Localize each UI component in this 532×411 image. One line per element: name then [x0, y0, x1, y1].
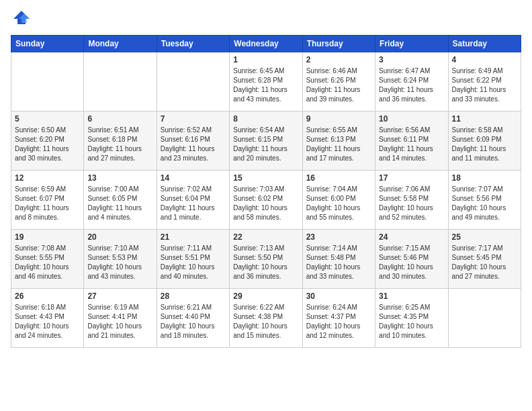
calendar-cell: 31Sunrise: 6:25 AM Sunset: 4:35 PM Dayli… — [375, 289, 448, 348]
weekday-header: Sunday — [11, 36, 84, 52]
day-info: Sunrise: 6:55 AM Sunset: 6:13 PM Dayligh… — [306, 126, 371, 163]
day-number: 21 — [161, 232, 226, 242]
weekday-row: SundayMondayTuesdayWednesdayThursdayFrid… — [11, 36, 521, 52]
calendar-cell: 27Sunrise: 6:19 AM Sunset: 4:41 PM Dayli… — [84, 289, 157, 348]
day-number: 7 — [161, 114, 226, 124]
day-number: 2 — [306, 55, 371, 64]
day-info: Sunrise: 7:03 AM Sunset: 6:02 PM Dayligh… — [233, 185, 298, 222]
day-number: 11 — [452, 114, 517, 124]
day-info: Sunrise: 6:51 AM Sunset: 6:18 PM Dayligh… — [87, 126, 152, 163]
calendar-cell: 11Sunrise: 6:58 AM Sunset: 6:09 PM Dayli… — [448, 111, 521, 171]
day-info: Sunrise: 6:52 AM Sunset: 6:16 PM Dayligh… — [161, 126, 226, 163]
day-number: 25 — [452, 232, 517, 242]
weekday-header: Saturday — [448, 36, 521, 52]
day-number: 30 — [306, 291, 371, 301]
day-number: 27 — [87, 291, 152, 301]
calendar-cell: 12Sunrise: 6:59 AM Sunset: 6:07 PM Dayli… — [11, 171, 84, 230]
day-number: 14 — [161, 173, 226, 183]
day-info: Sunrise: 7:00 AM Sunset: 6:05 PM Dayligh… — [87, 185, 152, 222]
calendar-body: 1Sunrise: 6:45 AM Sunset: 6:28 PM Daylig… — [11, 52, 521, 348]
day-number: 3 — [379, 55, 444, 64]
day-info: Sunrise: 6:56 AM Sunset: 6:11 PM Dayligh… — [379, 126, 444, 163]
calendar-cell: 20Sunrise: 7:10 AM Sunset: 5:53 PM Dayli… — [84, 230, 157, 289]
calendar-cell: 29Sunrise: 6:22 AM Sunset: 4:38 PM Dayli… — [230, 289, 302, 348]
day-info: Sunrise: 7:02 AM Sunset: 6:04 PM Dayligh… — [161, 185, 226, 222]
day-info: Sunrise: 6:22 AM Sunset: 4:38 PM Dayligh… — [233, 303, 298, 340]
calendar-cell: 18Sunrise: 7:07 AM Sunset: 5:56 PM Dayli… — [448, 171, 521, 230]
day-number: 10 — [379, 114, 444, 124]
calendar-cell — [448, 289, 521, 348]
calendar-week-row: 26Sunrise: 6:18 AM Sunset: 4:43 PM Dayli… — [11, 289, 521, 348]
day-number: 5 — [15, 114, 80, 124]
day-info: Sunrise: 6:47 AM Sunset: 6:24 PM Dayligh… — [379, 66, 444, 104]
calendar-table: SundayMondayTuesdayWednesdayThursdayFrid… — [11, 35, 521, 348]
calendar-cell: 3Sunrise: 6:47 AM Sunset: 6:24 PM Daylig… — [375, 52, 448, 111]
day-info: Sunrise: 6:18 AM Sunset: 4:43 PM Dayligh… — [15, 303, 80, 340]
day-info: Sunrise: 7:10 AM Sunset: 5:53 PM Dayligh… — [87, 244, 152, 281]
calendar-cell — [84, 52, 157, 111]
day-info: Sunrise: 7:04 AM Sunset: 6:00 PM Dayligh… — [306, 185, 371, 222]
calendar-header: SundayMondayTuesdayWednesdayThursdayFrid… — [11, 36, 521, 52]
calendar-cell: 30Sunrise: 6:24 AM Sunset: 4:37 PM Dayli… — [302, 289, 375, 348]
day-number: 4 — [452, 55, 517, 64]
day-number: 22 — [233, 232, 298, 242]
day-number: 15 — [233, 173, 298, 183]
calendar-cell: 15Sunrise: 7:03 AM Sunset: 6:02 PM Dayli… — [230, 171, 302, 230]
day-info: Sunrise: 7:11 AM Sunset: 5:51 PM Dayligh… — [161, 244, 226, 281]
day-info: Sunrise: 7:08 AM Sunset: 5:55 PM Dayligh… — [15, 244, 80, 281]
calendar-cell: 5Sunrise: 6:50 AM Sunset: 6:20 PM Daylig… — [11, 111, 84, 171]
day-info: Sunrise: 6:46 AM Sunset: 6:26 PM Dayligh… — [306, 66, 371, 104]
calendar-cell: 17Sunrise: 7:06 AM Sunset: 5:58 PM Dayli… — [375, 171, 448, 230]
weekday-header: Thursday — [302, 36, 375, 52]
weekday-header: Wednesday — [230, 36, 302, 52]
calendar-cell: 28Sunrise: 6:21 AM Sunset: 4:40 PM Dayli… — [157, 289, 229, 348]
day-info: Sunrise: 6:49 AM Sunset: 6:22 PM Dayligh… — [452, 66, 517, 104]
day-number: 23 — [306, 232, 371, 242]
day-info: Sunrise: 7:13 AM Sunset: 5:50 PM Dayligh… — [233, 244, 298, 281]
day-info: Sunrise: 6:19 AM Sunset: 4:41 PM Dayligh… — [87, 303, 152, 340]
weekday-header: Tuesday — [157, 36, 229, 52]
day-info: Sunrise: 6:24 AM Sunset: 4:37 PM Dayligh… — [306, 303, 371, 340]
day-number: 18 — [452, 173, 517, 183]
calendar-cell: 23Sunrise: 7:14 AM Sunset: 5:48 PM Dayli… — [302, 230, 375, 289]
calendar-cell: 2Sunrise: 6:46 AM Sunset: 6:26 PM Daylig… — [302, 52, 375, 111]
day-info: Sunrise: 7:07 AM Sunset: 5:56 PM Dayligh… — [452, 185, 517, 222]
calendar-cell: 24Sunrise: 7:15 AM Sunset: 5:46 PM Dayli… — [375, 230, 448, 289]
day-number: 20 — [87, 232, 152, 242]
calendar-cell: 8Sunrise: 6:54 AM Sunset: 6:15 PM Daylig… — [230, 111, 302, 171]
page-header — [11, 11, 521, 27]
day-info: Sunrise: 7:17 AM Sunset: 5:45 PM Dayligh… — [452, 244, 517, 281]
calendar-cell: 7Sunrise: 6:52 AM Sunset: 6:16 PM Daylig… — [157, 111, 229, 171]
day-info: Sunrise: 6:54 AM Sunset: 6:15 PM Dayligh… — [233, 126, 298, 163]
calendar-cell: 6Sunrise: 6:51 AM Sunset: 6:18 PM Daylig… — [84, 111, 157, 171]
day-number: 28 — [161, 291, 226, 301]
day-number: 13 — [87, 173, 152, 183]
day-number: 17 — [379, 173, 444, 183]
calendar-week-row: 1Sunrise: 6:45 AM Sunset: 6:28 PM Daylig… — [11, 52, 521, 111]
day-info: Sunrise: 7:15 AM Sunset: 5:46 PM Dayligh… — [379, 244, 444, 281]
day-number: 31 — [379, 291, 444, 301]
weekday-header: Friday — [375, 36, 448, 52]
day-number: 24 — [379, 232, 444, 242]
day-number: 1 — [233, 55, 298, 64]
day-number: 29 — [233, 291, 298, 301]
day-number: 9 — [306, 114, 371, 124]
calendar-cell: 10Sunrise: 6:56 AM Sunset: 6:11 PM Dayli… — [375, 111, 448, 171]
day-info: Sunrise: 6:21 AM Sunset: 4:40 PM Dayligh… — [161, 303, 226, 340]
calendar-cell — [157, 52, 229, 111]
day-info: Sunrise: 6:50 AM Sunset: 6:20 PM Dayligh… — [15, 126, 80, 163]
day-info: Sunrise: 6:59 AM Sunset: 6:07 PM Dayligh… — [15, 185, 80, 222]
weekday-header: Monday — [84, 36, 157, 52]
day-number: 19 — [15, 232, 80, 242]
calendar-cell: 13Sunrise: 7:00 AM Sunset: 6:05 PM Dayli… — [84, 171, 157, 230]
day-number: 16 — [306, 173, 371, 183]
calendar-week-row: 5Sunrise: 6:50 AM Sunset: 6:20 PM Daylig… — [11, 111, 521, 171]
day-number: 8 — [233, 114, 298, 124]
day-info: Sunrise: 6:45 AM Sunset: 6:28 PM Dayligh… — [233, 66, 298, 104]
day-info: Sunrise: 6:25 AM Sunset: 4:35 PM Dayligh… — [379, 303, 444, 340]
day-number: 26 — [15, 291, 80, 301]
calendar-cell: 4Sunrise: 6:49 AM Sunset: 6:22 PM Daylig… — [448, 52, 521, 111]
logo — [11, 11, 31, 27]
day-info: Sunrise: 7:14 AM Sunset: 5:48 PM Dayligh… — [306, 244, 371, 281]
calendar-week-row: 19Sunrise: 7:08 AM Sunset: 5:55 PM Dayli… — [11, 230, 521, 289]
